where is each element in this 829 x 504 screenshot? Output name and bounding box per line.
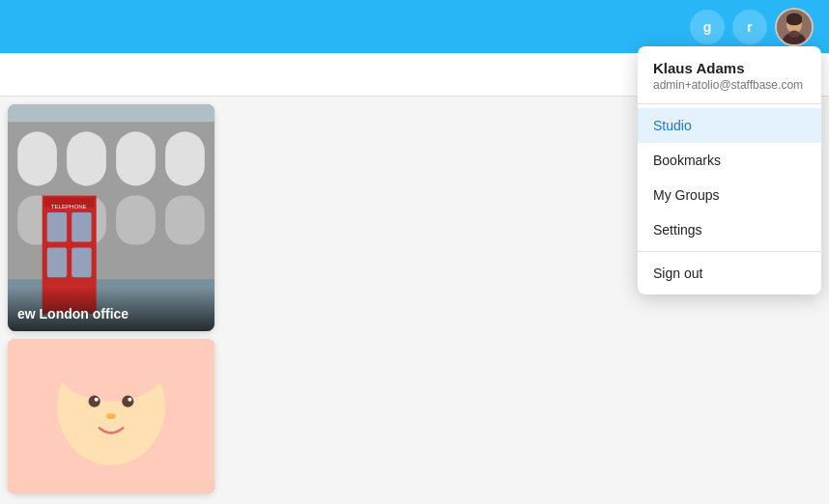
svg-rect-11: [165, 131, 205, 185]
svg-point-27: [89, 396, 100, 407]
card-baby[interactable]: [8, 339, 214, 493]
svg-rect-21: [47, 248, 67, 278]
dropdown-item-studio[interactable]: Studio: [638, 108, 821, 143]
svg-rect-20: [71, 212, 91, 242]
dropdown-item-signout[interactable]: Sign out: [638, 256, 821, 291]
dropdown-user-email: admin+atolio@staffbase.com: [653, 78, 806, 92]
svg-point-30: [128, 398, 131, 402]
card-baby-bg: [8, 339, 214, 493]
card-london-label: ew London office: [8, 287, 214, 331]
card-london-bg: TELEPHONE ew London office: [8, 104, 214, 331]
svg-point-28: [122, 396, 133, 407]
navbar: g r: [0, 0, 829, 53]
svg-rect-15: [165, 196, 205, 245]
svg-text:TELEPHONE: TELEPHONE: [51, 203, 87, 210]
svg-rect-10: [116, 131, 156, 185]
dropdown-user-name: Klaus Adams: [653, 60, 806, 76]
dropdown-item-settings[interactable]: Settings: [638, 212, 821, 247]
dropdown-divider: [638, 251, 821, 252]
svg-rect-22: [71, 248, 91, 278]
dropdown-items: Studio Bookmarks My Groups Settings Sign…: [638, 104, 821, 294]
dropdown-item-bookmarks[interactable]: Bookmarks: [638, 143, 821, 178]
svg-rect-8: [17, 131, 57, 185]
svg-point-5: [789, 30, 800, 37]
avatar-button[interactable]: [775, 8, 814, 46]
svg-point-3: [786, 16, 802, 25]
dropdown-menu: Klaus Adams admin+atolio@staffbase.com S…: [638, 46, 821, 294]
nav-icon-g[interactable]: g: [690, 10, 725, 44]
svg-point-31: [106, 413, 116, 419]
svg-point-29: [95, 398, 99, 402]
svg-rect-9: [67, 131, 106, 185]
svg-rect-19: [47, 212, 67, 242]
dropdown-header: Klaus Adams admin+atolio@staffbase.com: [638, 46, 821, 104]
card-london[interactable]: TELEPHONE ew London office: [8, 104, 214, 331]
svg-rect-14: [116, 196, 156, 245]
cards-area: TELEPHONE ew London office: [0, 97, 222, 504]
dropdown-item-my-groups[interactable]: My Groups: [638, 178, 821, 212]
nav-icon-r[interactable]: r: [732, 10, 767, 44]
